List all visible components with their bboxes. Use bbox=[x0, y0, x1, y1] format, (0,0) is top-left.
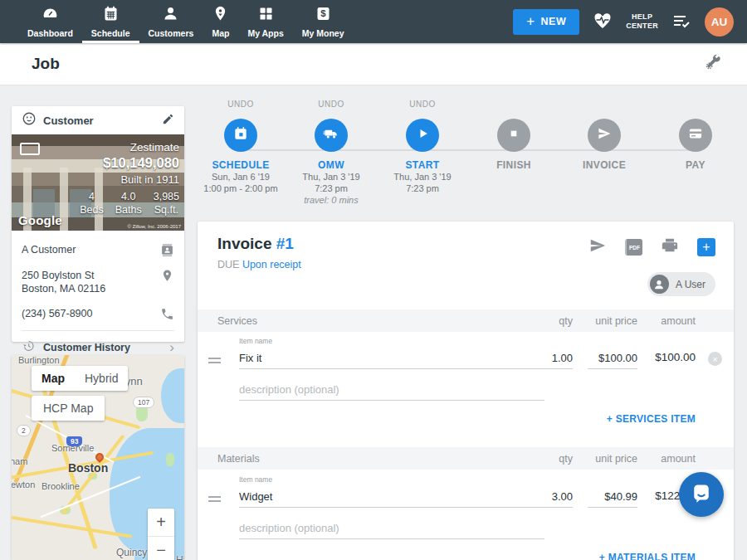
services-header: Services qty unit price amount bbox=[198, 309, 734, 332]
service-unit-price-input[interactable] bbox=[588, 348, 637, 369]
credit-card-icon bbox=[687, 125, 704, 145]
materials-title: Materials bbox=[217, 453, 260, 465]
user-avatar[interactable]: AU bbox=[705, 7, 734, 37]
hcp-map-button[interactable]: HCP Map bbox=[32, 396, 105, 421]
customer-card-title: Customer bbox=[43, 114, 94, 127]
nav-item-dashboard[interactable]: Dashboard bbox=[18, 0, 82, 43]
nav-item-my-money[interactable]: $ My Money bbox=[293, 0, 354, 43]
zillow-copyright: © Zillow, Inc. 2006-2017 bbox=[128, 224, 181, 229]
job-settings-button[interactable] bbox=[704, 53, 722, 75]
edit-customer-button[interactable] bbox=[162, 113, 174, 129]
invoice-number: #1 bbox=[276, 235, 294, 252]
undo-link[interactable]: UNDO bbox=[377, 100, 468, 111]
nav-label: Schedule bbox=[91, 28, 130, 38]
send-invoice-button[interactable] bbox=[588, 236, 607, 258]
chevron-right-icon: › bbox=[169, 342, 174, 353]
zoom-out-button[interactable]: − bbox=[148, 537, 174, 560]
tasks-button[interactable] bbox=[671, 11, 691, 33]
map-type-hybrid-button[interactable]: Hybrid bbox=[75, 366, 128, 391]
help-center-button[interactable]: HELP CENTER bbox=[626, 12, 658, 31]
step-label: PAY bbox=[650, 159, 741, 171]
money-icon: $ bbox=[315, 5, 332, 26]
invoice-card: Invoice #1 DUE Upon receipt PDF + A User… bbox=[198, 222, 734, 560]
undo-link[interactable]: UNDO bbox=[286, 100, 377, 111]
page-title: Job bbox=[32, 55, 60, 73]
health-heart-button[interactable] bbox=[593, 11, 613, 33]
nav-label: Customers bbox=[149, 28, 194, 38]
map-place-label: ham bbox=[12, 456, 27, 466]
customer-face-icon bbox=[22, 111, 37, 129]
checklist-icon bbox=[671, 11, 691, 33]
nav-item-schedule[interactable]: Schedule bbox=[82, 0, 139, 43]
location-pin-icon[interactable] bbox=[160, 269, 174, 283]
calendar-icon bbox=[232, 125, 249, 145]
map-place-label: Quincy bbox=[116, 547, 147, 558]
drag-handle-icon[interactable] bbox=[208, 496, 221, 504]
map-type-map-button[interactable]: Map bbox=[32, 366, 75, 391]
contact-card-icon[interactable] bbox=[160, 243, 174, 257]
stop-icon bbox=[505, 125, 522, 145]
add-services-item-link[interactable]: + SERVICES ITEM bbox=[607, 413, 696, 425]
truck-icon bbox=[323, 125, 339, 145]
property-photo[interactable]: Zestimate $10,149,080 Built in 1911 4 Be… bbox=[12, 134, 184, 231]
route-shield: 107 bbox=[133, 397, 154, 408]
phone-icon[interactable] bbox=[160, 307, 174, 321]
dashboard-icon bbox=[42, 5, 59, 26]
omw-step-button[interactable] bbox=[315, 119, 348, 152]
nav-label: My Money bbox=[302, 28, 344, 38]
built-year: Built in 1911 bbox=[80, 173, 179, 186]
help-center-line1: HELP bbox=[626, 12, 658, 22]
nav-item-customers[interactable]: Customers bbox=[139, 0, 203, 43]
add-materials-item-link[interactable]: + MATERIALS ITEM bbox=[599, 552, 696, 560]
material-description-input[interactable] bbox=[239, 518, 544, 539]
invoice-due: DUE Upon receipt bbox=[217, 259, 301, 270]
assignee-pill[interactable]: A User bbox=[647, 272, 715, 296]
service-amount: $100.00 bbox=[655, 351, 696, 363]
customer-name-row: A Customer bbox=[22, 237, 174, 263]
customer-address: 250 Boylston St Boston, MA 02116 bbox=[22, 269, 105, 295]
amount-column-header: amount bbox=[661, 453, 696, 465]
material-item-name-input[interactable] bbox=[239, 486, 544, 508]
drag-handle-icon[interactable] bbox=[208, 358, 221, 366]
nav-item-map[interactable]: Map bbox=[203, 0, 238, 43]
customer-name: A Customer bbox=[22, 243, 76, 256]
google-watermark: Google bbox=[18, 213, 62, 227]
material-unit-price-input[interactable] bbox=[588, 486, 637, 508]
due-terms-link[interactable]: Upon receipt bbox=[242, 259, 301, 270]
stat-beds: 4 Beds bbox=[80, 190, 104, 217]
new-button[interactable]: + NEW bbox=[513, 9, 579, 35]
schedule-step-button[interactable] bbox=[224, 119, 257, 152]
customer-address-row: 250 Boylston St Boston, MA 02116 bbox=[22, 263, 174, 301]
schedule-icon bbox=[102, 5, 120, 26]
zoom-in-button[interactable]: + bbox=[148, 509, 174, 536]
undo-link[interactable]: UNDO bbox=[195, 100, 286, 111]
step-label: START bbox=[377, 159, 468, 171]
svg-text:$: $ bbox=[320, 8, 326, 18]
send-icon bbox=[588, 236, 607, 258]
material-qty-input[interactable] bbox=[528, 486, 573, 508]
service-item-name-input[interactable] bbox=[239, 348, 544, 369]
customer-history-label: Customer History bbox=[43, 342, 130, 353]
delete-service-item-button[interactable]: × bbox=[708, 352, 722, 366]
nav-item-my-apps[interactable]: My Apps bbox=[238, 0, 292, 43]
pay-step-button[interactable] bbox=[679, 119, 712, 152]
service-qty-input[interactable] bbox=[528, 348, 573, 369]
plus-icon: + bbox=[526, 13, 535, 30]
item-name-label: Item name bbox=[239, 337, 272, 345]
pdf-button[interactable]: PDF bbox=[625, 239, 642, 256]
service-description-input[interactable] bbox=[239, 379, 544, 401]
start-step-button[interactable] bbox=[406, 119, 439, 152]
pencil-icon bbox=[162, 113, 174, 129]
customer-card-header: Customer bbox=[12, 106, 184, 134]
print-button[interactable] bbox=[661, 236, 679, 258]
map-type-control: Map Hybrid bbox=[32, 366, 128, 391]
finish-step-button[interactable] bbox=[497, 119, 530, 152]
invoice-step-button[interactable] bbox=[588, 119, 621, 152]
street-view-icon bbox=[20, 143, 40, 155]
materials-header: Materials qty unit price amount bbox=[198, 447, 734, 470]
invoice-actions: PDF + bbox=[588, 236, 715, 258]
add-invoice-item-button[interactable]: + bbox=[697, 238, 715, 256]
step-travel: travel: 0 mins bbox=[286, 194, 377, 206]
history-icon bbox=[22, 339, 35, 356]
chat-button[interactable] bbox=[679, 472, 724, 517]
